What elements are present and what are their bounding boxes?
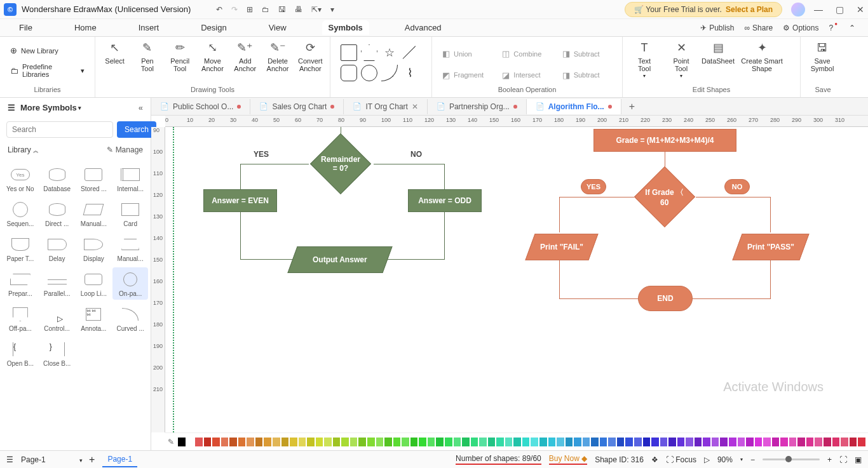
- color-swatch[interactable]: [479, 438, 487, 446]
- color-swatch[interactable]: [651, 438, 659, 446]
- library-shape-item[interactable]: Curved ...: [112, 302, 148, 335]
- library-shape-item[interactable]: Manual...: [76, 197, 112, 230]
- color-swatch[interactable]: [488, 438, 496, 446]
- library-shape-item[interactable]: Card: [112, 197, 148, 230]
- color-swatch[interactable]: [566, 438, 573, 446]
- library-shape-item[interactable]: ▷Control...: [39, 302, 75, 335]
- color-swatch[interactable]: [341, 438, 349, 446]
- document-tab[interactable]: 📄IT Org Chart✕: [344, 99, 427, 114]
- library-shape-item[interactable]: Manual...: [112, 232, 148, 265]
- color-swatch[interactable]: [712, 438, 719, 446]
- layers-icon[interactable]: ❖: [651, 455, 658, 464]
- color-swatch[interactable]: [600, 438, 607, 446]
- color-swatch[interactable]: [290, 438, 297, 446]
- save-button-qat[interactable]: 🖫: [278, 5, 286, 14]
- help-button[interactable]: ? ●: [829, 23, 839, 32]
- color-swatch[interactable]: [471, 438, 478, 446]
- zoom-in-button[interactable]: +: [827, 455, 832, 464]
- color-swatch[interactable]: [505, 438, 513, 446]
- color-swatch[interactable]: [367, 438, 375, 446]
- vertical-guide[interactable]: [173, 127, 174, 432]
- io-output[interactable]: Output Answer: [287, 246, 392, 273]
- shape-pentagon[interactable]: [361, 44, 377, 61]
- library-shape-item[interactable]: Prepar...: [3, 267, 38, 300]
- color-swatch[interactable]: [815, 438, 822, 446]
- delete-anchor-tool[interactable]: ✎⁻Delete Anchor: [264, 41, 290, 72]
- color-swatch[interactable]: [350, 438, 358, 446]
- color-swatch[interactable]: [763, 438, 771, 446]
- color-swatch[interactable]: [384, 438, 392, 446]
- menu-file[interactable]: File: [13, 20, 39, 35]
- redo-button[interactable]: ↷: [231, 5, 238, 14]
- io-pass[interactable]: Print "PASS": [732, 234, 809, 260]
- datasheet-button[interactable]: ▤DataSheet: [703, 41, 733, 65]
- print-button[interactable]: 🖶: [295, 5, 302, 14]
- color-swatch[interactable]: [178, 438, 186, 446]
- color-swatch[interactable]: [522, 438, 530, 446]
- color-swatch[interactable]: [376, 438, 384, 446]
- more-qat[interactable]: ▾: [330, 5, 334, 14]
- color-swatch[interactable]: [436, 438, 444, 446]
- document-tab[interactable]: 📄Partnership Org...: [428, 99, 527, 114]
- add-tab-button[interactable]: +: [621, 101, 642, 112]
- fullscreen-button[interactable]: ▣: [855, 455, 862, 464]
- shape-spiral[interactable]: ⌇: [402, 65, 418, 81]
- decision-remainder[interactable]: Remainder = 0?: [310, 133, 371, 194]
- color-swatch[interactable]: [333, 438, 341, 446]
- color-swatch[interactable]: [281, 438, 289, 446]
- library-shape-item[interactable]: Paper T...: [3, 232, 38, 265]
- color-swatch[interactable]: [195, 438, 203, 446]
- shape-star[interactable]: ☆: [381, 44, 398, 61]
- color-swatch[interactable]: [608, 438, 616, 446]
- color-swatch[interactable]: [496, 438, 504, 446]
- color-swatch[interactable]: [238, 438, 246, 446]
- color-swatch[interactable]: [824, 438, 831, 446]
- color-swatch[interactable]: [695, 438, 702, 446]
- eyedropper-icon[interactable]: ✎: [168, 438, 174, 446]
- focus-button[interactable]: ⛶ Focus: [666, 455, 696, 464]
- menu-symbols[interactable]: Symbols: [322, 20, 369, 35]
- color-swatch[interactable]: [591, 438, 599, 446]
- process-even[interactable]: Answer = EVEN: [203, 189, 277, 212]
- open-button[interactable]: 🗀: [262, 5, 269, 14]
- create-smart-shape-button[interactable]: ✦Create Smart Shape: [740, 41, 784, 72]
- page-tab-1[interactable]: Page-1: [102, 452, 137, 467]
- undo-button[interactable]: ↶: [216, 5, 222, 14]
- color-swatch[interactable]: [850, 438, 857, 446]
- library-shape-item[interactable]: YesYes or No: [3, 163, 38, 195]
- text-tool-button[interactable]: TText Tool▾: [629, 41, 660, 79]
- color-swatch[interactable]: [832, 438, 840, 446]
- shape-line[interactable]: [402, 44, 418, 61]
- pencil-tool[interactable]: ✏Pencil Tool: [167, 41, 193, 72]
- color-swatch[interactable]: [247, 438, 254, 446]
- color-swatch[interactable]: [324, 438, 332, 446]
- page-dropdown[interactable]: Page-1 ▾: [21, 455, 83, 464]
- process-grade[interactable]: Grade = (M1+M2+M3+M4)/4: [593, 129, 736, 152]
- library-shape-item[interactable]: Display: [76, 232, 112, 265]
- library-shape-item[interactable]: Direct ...: [39, 197, 75, 230]
- color-swatch[interactable]: [738, 438, 745, 446]
- pen-tool[interactable]: ✎Pen Tool: [134, 41, 160, 72]
- menu-advanced[interactable]: Advanced: [398, 20, 448, 35]
- publish-link[interactable]: ✈ Publish: [700, 23, 734, 32]
- color-swatch[interactable]: [557, 438, 564, 446]
- color-swatch[interactable]: [806, 438, 814, 446]
- color-swatch[interactable]: [625, 438, 633, 446]
- color-swatch[interactable]: [539, 438, 547, 446]
- color-swatch[interactable]: [255, 438, 263, 446]
- color-swatch[interactable]: [307, 438, 315, 446]
- color-swatch[interactable]: [187, 438, 194, 446]
- menu-insert[interactable]: Insert: [132, 20, 166, 35]
- color-swatch[interactable]: [419, 438, 426, 446]
- document-tab[interactable]: 📄Sales Org Chart: [250, 99, 344, 114]
- document-tab[interactable]: 📄Public School O...: [151, 99, 250, 114]
- search-input[interactable]: [6, 121, 113, 138]
- library-shape-item[interactable]: Stored ...: [76, 163, 112, 195]
- color-swatch[interactable]: [858, 438, 865, 446]
- intersect-button[interactable]: ◪Intersect: [498, 66, 555, 85]
- library-shape-item[interactable]: Off-pa...: [3, 302, 38, 335]
- collapse-panel-button[interactable]: «: [139, 103, 143, 112]
- color-swatch[interactable]: [617, 438, 625, 446]
- hamburger-icon[interactable]: ☰: [8, 103, 15, 112]
- library-shape-item[interactable]: }Close B...: [39, 337, 75, 370]
